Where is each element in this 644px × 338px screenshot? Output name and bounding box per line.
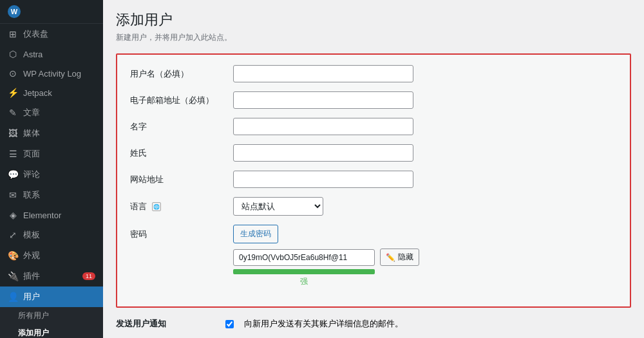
sidebar: W ⊞ 仪表盘 ⬡ Astra ⊙ WP Activity Log ⚡ Jetp… — [0, 0, 103, 338]
sidebar-label-users: 用户 — [23, 291, 40, 303]
sidebar-item-templates[interactable]: ⤢ 模板 — [0, 225, 103, 245]
comments-icon: 💬 — [8, 169, 18, 180]
username-label: 用户名（必填） — [130, 68, 233, 80]
sidebar-item-comments[interactable]: 💬 评论 — [0, 164, 103, 185]
sidebar-item-pages[interactable]: ☰ 页面 — [0, 144, 103, 164]
sidebar-label-dashboard: 仪表盘 — [23, 28, 48, 40]
password-input[interactable] — [233, 249, 375, 266]
password-field-row: ✏️ 隐藏 — [233, 249, 419, 266]
sidebar-item-jetpack[interactable]: ⚡ Jetpack — [0, 83, 103, 102]
notification-label: 发送用户通知 — [116, 318, 219, 330]
notification-checkbox[interactable] — [225, 320, 234, 328]
password-row: 密码 生成密码 ✏️ 隐藏 强 — [130, 225, 617, 287]
sidebar-label-media: 媒体 — [23, 127, 40, 139]
language-label: 语言 🌐 — [130, 201, 233, 212]
username-input[interactable] — [233, 65, 413, 82]
password-label: 密码 — [130, 225, 233, 240]
sidebar-label-astra: Astra — [23, 50, 43, 59]
dashboard-icon: ⊞ — [8, 29, 18, 39]
sidebar-label-activity-log: WP Activity Log — [23, 69, 81, 79]
plugins-badge: 11 — [82, 272, 95, 280]
main-content: 添加用户 新建用户，并将用户加入此站点。 用户名（必填） 电子邮箱地址（必填） … — [103, 0, 644, 338]
sidebar-label-posts: 文章 — [23, 107, 40, 118]
hide-password-button[interactable]: ✏️ 隐藏 — [380, 249, 419, 266]
lastname-label: 姓氏 — [130, 147, 233, 159]
firstname-input[interactable] — [233, 118, 413, 135]
elementor-icon: ◈ — [8, 210, 18, 220]
sidebar-label-plugins: 插件 — [23, 270, 40, 282]
activity-log-icon: ⊙ — [8, 68, 18, 79]
notification-section: 发送用户通知 向新用户发送有关其账户详细信息的邮件。 — [116, 318, 631, 330]
posts-icon: ✎ — [8, 108, 18, 118]
lastname-row: 姓氏 — [130, 144, 617, 162]
media-icon: 🖼 — [8, 128, 18, 138]
sidebar-label-elementor: Elementor — [23, 211, 61, 220]
language-row: 语言 🌐 站点默认 — [130, 197, 617, 216]
sidebar-label-templates: 模板 — [23, 229, 40, 241]
sidebar-item-contact[interactable]: ✉ 联系 — [0, 185, 103, 205]
website-label: 网站地址 — [130, 174, 233, 185]
sidebar-item-elementor[interactable]: ◈ Elementor — [0, 205, 103, 225]
password-controls: 生成密码 ✏️ 隐藏 强 — [233, 225, 419, 287]
sidebar-item-media[interactable]: 🖼 媒体 — [0, 123, 103, 144]
templates-icon: ⤢ — [8, 230, 18, 240]
email-input[interactable] — [233, 91, 413, 109]
sidebar-label-pages: 页面 — [23, 148, 40, 160]
appearance-icon: 🎨 — [8, 250, 18, 261]
astra-icon: ⬡ — [8, 49, 18, 59]
generate-password-button[interactable]: 生成密码 — [233, 225, 278, 243]
add-user-form: 用户名（必填） 电子邮箱地址（必填） 名字 姓氏 网站地址 语言 🌐 — [116, 53, 631, 308]
pages-icon: ☰ — [8, 149, 18, 159]
sidebar-item-posts[interactable]: ✎ 文章 — [0, 102, 103, 123]
sidebar-item-plugins[interactable]: 🔌 插件 11 — [0, 266, 103, 286]
language-globe-icon: 🌐 — [152, 202, 161, 211]
sidebar-item-dashboard[interactable]: ⊞ 仪表盘 — [0, 24, 103, 44]
eye-icon: ✏️ — [386, 253, 395, 262]
sidebar-item-appearance[interactable]: 🎨 外观 — [0, 245, 103, 266]
submenu-add-user[interactable]: 添加用户 — [0, 324, 103, 338]
lastname-input[interactable] — [233, 144, 413, 162]
website-input[interactable] — [233, 171, 413, 188]
contact-icon: ✉ — [8, 190, 18, 200]
firstname-label: 名字 — [130, 121, 233, 133]
jetpack-icon: ⚡ — [8, 88, 18, 98]
users-icon: 👤 — [8, 292, 18, 302]
page-title: 添加用户 — [116, 10, 631, 30]
page-subtitle: 新建用户，并将用户加入此站点。 — [116, 32, 631, 43]
wp-icon: W — [8, 5, 21, 18]
email-row: 电子邮箱地址（必填） — [130, 91, 617, 109]
submenu-all-users[interactable]: 所有用户 — [0, 307, 103, 324]
sidebar-label-comments: 评论 — [23, 169, 40, 180]
sidebar-label-contact: 联系 — [23, 189, 40, 201]
password-strength-bar — [233, 269, 375, 274]
language-select[interactable]: 站点默认 — [233, 197, 323, 216]
sidebar-item-astra[interactable]: ⬡ Astra — [0, 44, 103, 64]
website-row: 网站地址 — [130, 171, 617, 188]
sidebar-header: W — [0, 0, 103, 24]
plugins-icon: 🔌 — [8, 271, 18, 281]
username-row: 用户名（必填） — [130, 65, 617, 82]
hide-label: 隐藏 — [398, 252, 413, 263]
notification-text: 向新用户发送有关其账户详细信息的邮件。 — [244, 318, 403, 330]
sidebar-label-jetpack: Jetpack — [23, 88, 52, 98]
sidebar-item-wp-activity-log[interactable]: ⊙ WP Activity Log — [0, 64, 103, 83]
users-submenu: 所有用户 添加用户 用户分组 我的私信 系统通知 个人资料 — [0, 307, 103, 338]
sidebar-label-appearance: 外观 — [23, 250, 40, 261]
firstname-row: 名字 — [130, 118, 617, 135]
password-strength-label: 强 — [233, 276, 375, 287]
email-label: 电子邮箱地址（必填） — [130, 95, 233, 106]
sidebar-item-users[interactable]: 👤 用户 — [0, 286, 103, 307]
